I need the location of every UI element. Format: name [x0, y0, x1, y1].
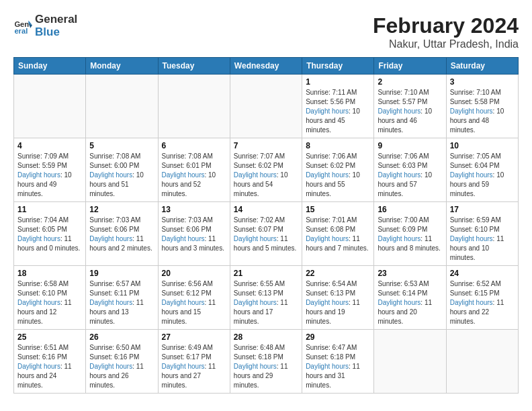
sunset-text: Sunset: 6:05 PM — [17, 225, 82, 234]
sunset-text: Sunset: 6:18 PM — [306, 353, 370, 362]
calendar-week-4: 18Sunrise: 6:58 AMSunset: 6:10 PMDayligh… — [14, 266, 519, 330]
day-number: 18 — [17, 269, 82, 278]
sunset-text: Sunset: 6:06 PM — [89, 225, 154, 234]
daylight-link[interactable]: Daylight hours — [17, 363, 60, 370]
daylight-link[interactable]: Daylight hours — [162, 171, 205, 179]
sunset-text: Sunset: 6:11 PM — [89, 289, 154, 298]
daylight-link[interactable]: Daylight hours — [234, 235, 277, 242]
daylight-link[interactable]: Daylight hours — [162, 363, 205, 370]
daylight-link[interactable]: Daylight hours — [162, 235, 205, 242]
sunrise-text: Sunrise: 6:49 AM — [162, 343, 226, 353]
daylight-link[interactable]: Daylight hours — [450, 107, 493, 115]
day-info: Sunrise: 7:06 AMSunset: 6:02 PMDaylight … — [306, 152, 370, 199]
daylight-text: Daylight hours: 11 hours and 7 minutes. — [306, 234, 370, 253]
daylight-link[interactable]: Daylight hours — [17, 235, 60, 242]
daylight-text: Daylight hours: 11 hours and 31 minutes. — [306, 362, 370, 390]
daylight-link[interactable]: Daylight hours — [89, 171, 132, 179]
daylight-link[interactable]: Daylight hours — [306, 171, 349, 179]
day-info: Sunrise: 7:08 AMSunset: 6:00 PMDaylight … — [89, 152, 154, 199]
day-number: 19 — [89, 269, 154, 278]
sunset-text: Sunset: 5:58 PM — [450, 97, 515, 107]
sunset-text: Sunset: 6:02 PM — [234, 161, 298, 171]
calendar-cell: 7Sunrise: 7:07 AMSunset: 6:02 PMDaylight… — [230, 138, 302, 202]
daylight-link[interactable]: Daylight hours — [306, 235, 349, 242]
daylight-link[interactable]: Daylight hours — [234, 171, 277, 179]
weekday-header-saturday: Saturday — [446, 58, 518, 75]
sunrise-text: Sunrise: 7:08 AM — [89, 152, 154, 161]
day-number: 25 — [17, 332, 82, 342]
day-number: 21 — [234, 269, 298, 278]
calendar-cell: 4Sunrise: 7:09 AMSunset: 5:59 PMDaylight… — [14, 138, 86, 202]
day-number: 20 — [162, 269, 226, 278]
day-number: 3 — [450, 77, 515, 87]
sunset-text: Sunset: 6:06 PM — [162, 225, 226, 234]
calendar-cell: 25Sunrise: 6:51 AMSunset: 6:16 PMDayligh… — [14, 330, 86, 394]
day-info: Sunrise: 7:03 AMSunset: 6:06 PMDaylight … — [162, 216, 226, 253]
calendar-cell: 11Sunrise: 7:04 AMSunset: 6:05 PMDayligh… — [14, 202, 86, 266]
calendar-cell: 15Sunrise: 7:01 AMSunset: 6:08 PMDayligh… — [302, 202, 374, 266]
day-number: 13 — [162, 205, 226, 214]
daylight-link[interactable]: Daylight hours — [306, 363, 349, 370]
day-info: Sunrise: 7:03 AMSunset: 6:06 PMDaylight … — [89, 216, 154, 253]
daylight-link[interactable]: Daylight hours — [378, 107, 420, 115]
calendar-cell: 17Sunrise: 6:59 AMSunset: 6:10 PMDayligh… — [446, 202, 518, 266]
sunset-text: Sunset: 6:10 PM — [450, 225, 515, 234]
day-number: 11 — [17, 205, 82, 214]
day-number: 29 — [306, 332, 370, 342]
calendar-cell: 28Sunrise: 6:48 AMSunset: 6:18 PMDayligh… — [230, 330, 302, 394]
daylight-link[interactable]: Daylight hours — [306, 299, 349, 306]
day-number: 5 — [89, 141, 154, 150]
calendar-cell: 14Sunrise: 7:02 AMSunset: 6:07 PMDayligh… — [230, 202, 302, 266]
calendar-cell: 24Sunrise: 6:52 AMSunset: 6:15 PMDayligh… — [446, 266, 518, 330]
daylight-link[interactable]: Daylight hours — [378, 235, 420, 242]
day-info: Sunrise: 7:02 AMSunset: 6:07 PMDaylight … — [234, 216, 298, 253]
daylight-link[interactable]: Daylight hours — [162, 299, 205, 306]
day-info: Sunrise: 7:08 AMSunset: 6:01 PMDaylight … — [162, 152, 226, 199]
day-number: 28 — [234, 332, 298, 342]
daylight-link[interactable]: Daylight hours — [17, 299, 60, 306]
calendar-cell: 3Sunrise: 7:10 AMSunset: 5:58 PMDaylight… — [446, 75, 518, 138]
daylight-text: Daylight hours: 11 hours and 3 minutes. — [162, 234, 226, 253]
calendar-week-1: 1Sunrise: 7:11 AMSunset: 5:56 PMDaylight… — [14, 75, 519, 138]
day-number: 24 — [450, 269, 515, 278]
sunset-text: Sunset: 6:13 PM — [234, 289, 298, 298]
daylight-link[interactable]: Daylight hours — [89, 235, 132, 242]
daylight-link[interactable]: Daylight hours — [17, 171, 60, 179]
calendar-cell: 13Sunrise: 7:03 AMSunset: 6:06 PMDayligh… — [158, 202, 230, 266]
daylight-link[interactable]: Daylight hours — [306, 107, 349, 115]
calendar-cell: 12Sunrise: 7:03 AMSunset: 6:06 PMDayligh… — [86, 202, 158, 266]
weekday-header-sunday: Sunday — [14, 58, 86, 75]
calendar-cell — [230, 75, 302, 138]
daylight-link[interactable]: Daylight hours — [89, 363, 132, 370]
sunrise-text: Sunrise: 7:10 AM — [378, 88, 442, 97]
calendar-cell: 23Sunrise: 6:53 AMSunset: 6:14 PMDayligh… — [374, 266, 446, 330]
daylight-link[interactable]: Daylight hours — [234, 299, 277, 306]
daylight-text: Daylight hours: 11 hours and 27 minutes. — [162, 362, 226, 390]
daylight-link[interactable]: Daylight hours — [378, 299, 420, 306]
daylight-link[interactable]: Daylight hours — [378, 171, 420, 179]
daylight-link[interactable]: Daylight hours — [234, 363, 277, 370]
sunrise-text: Sunrise: 7:00 AM — [378, 216, 442, 225]
sunrise-text: Sunrise: 7:03 AM — [162, 216, 226, 225]
sunset-text: Sunset: 6:13 PM — [306, 289, 370, 298]
daylight-link[interactable]: Daylight hours — [450, 171, 493, 179]
sunset-text: Sunset: 5:57 PM — [378, 97, 442, 107]
daylight-link[interactable]: Daylight hours — [450, 235, 493, 242]
sunrise-text: Sunrise: 6:48 AM — [234, 343, 298, 353]
daylight-text: Daylight hours: 11 hours and 20 minutes. — [378, 298, 442, 326]
sunset-text: Sunset: 6:16 PM — [89, 353, 154, 362]
sunrise-text: Sunrise: 7:05 AM — [450, 152, 515, 161]
sunset-text: Sunset: 6:12 PM — [162, 289, 226, 298]
daylight-text: Daylight hours: 10 hours and 51 minutes. — [89, 171, 154, 199]
daylight-link[interactable]: Daylight hours — [89, 299, 132, 306]
day-info: Sunrise: 7:06 AMSunset: 6:03 PMDaylight … — [378, 152, 442, 199]
calendar-cell: 16Sunrise: 7:00 AMSunset: 6:09 PMDayligh… — [374, 202, 446, 266]
page-title: February 2024 — [373, 13, 519, 38]
daylight-link[interactable]: Daylight hours — [450, 299, 493, 306]
day-info: Sunrise: 7:09 AMSunset: 5:59 PMDaylight … — [17, 152, 82, 199]
day-info: Sunrise: 7:10 AMSunset: 5:58 PMDaylight … — [450, 88, 515, 135]
sunrise-text: Sunrise: 7:01 AM — [306, 216, 370, 225]
svg-text:eral: eral — [14, 27, 28, 35]
sunrise-text: Sunrise: 7:11 AM — [306, 88, 370, 97]
daylight-text: Daylight hours: 11 hours and 17 minutes. — [234, 298, 298, 326]
